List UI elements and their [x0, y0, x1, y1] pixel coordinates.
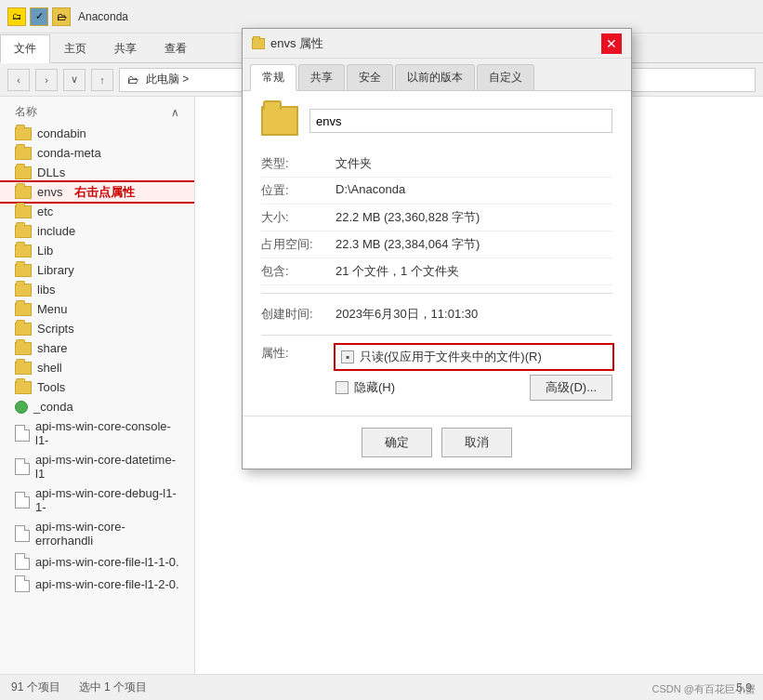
checkboxes-area: 只读(仅应用于文件夹中的文件)(R) 隐藏(H) 高级(D)... [335, 345, 612, 401]
sidebar-item-api1[interactable]: api-ms-win-core-console-l1- [0, 416, 194, 450]
circle-icon [15, 401, 28, 414]
selected-count: 选中 1 个项目 [79, 680, 147, 695]
sidebar-item-api3[interactable]: api-ms-win-core-debug-l1-1- [0, 483, 194, 517]
folder-icon [15, 303, 32, 316]
item-label: _conda [33, 400, 73, 414]
readonly-label: 只读(仅应用于文件夹中的文件)(R) [360, 349, 542, 365]
tab-security[interactable]: 安全 [347, 64, 393, 90]
folder-name-input[interactable] [309, 109, 612, 133]
item-label: envs [37, 185, 62, 199]
envs-row-container: envs 右击点属性 [0, 182, 194, 202]
disk-size-value: 22.3 MB (23,384,064 字节) [335, 236, 480, 253]
tab-general[interactable]: 常规 [250, 64, 296, 91]
hidden-checkbox-row: 隐藏(H) [335, 376, 395, 400]
sidebar-item-tools[interactable]: Tools [0, 377, 194, 397]
file-icon [15, 458, 30, 475]
folder-icon [15, 284, 32, 297]
dialog-footer: 确定 取消 [243, 416, 631, 469]
properties-dialog: envs 属性 ✕ 常规 共享 安全 以前的版本 自定义 类型: 文件夹 位置:… [242, 28, 632, 469]
sidebar-item-api6[interactable]: api-ms-win-core-file-l1-2-0. [0, 573, 194, 595]
hidden-row: 隐藏(H) 高级(D)... [335, 375, 612, 401]
folder-icon [15, 225, 32, 238]
collapse-icon[interactable]: ∧ [171, 106, 179, 119]
type-value: 文件夹 [335, 155, 372, 172]
file-icon [15, 575, 30, 592]
cancel-button[interactable]: 取消 [441, 428, 512, 457]
sidebar-item-libs[interactable]: libs [0, 280, 194, 299]
disk-size-label: 占用空间: [261, 236, 335, 253]
item-label: api-ms-win-core-debug-l1-1- [35, 486, 179, 514]
item-label: api-ms-win-core-console-l1- [35, 419, 179, 447]
sidebar-item-api5[interactable]: api-ms-win-core-file-l1-1-0. [0, 550, 194, 573]
type-label: 类型: [261, 155, 335, 172]
tab-customize[interactable]: 自定义 [477, 64, 534, 90]
sidebar-item-include[interactable]: include [0, 221, 194, 241]
sidebar-item-api2[interactable]: api-ms-win-core-datetime-l1 [0, 450, 194, 483]
item-label: api-ms-win-core-errorhandli [35, 520, 179, 548]
readonly-checkbox-row: 只读(仅应用于文件夹中的文件)(R) [335, 345, 612, 369]
file-icon [15, 425, 30, 442]
location-value: D:\Anaconda [335, 182, 405, 196]
created-value: 2023年6月30日，11:01:30 [335, 306, 478, 323]
tab-share[interactable]: 共享 [100, 34, 151, 62]
sidebar-col-name: 名称 [15, 104, 37, 120]
sidebar-item-share[interactable]: share [0, 338, 194, 358]
item-label: Scripts [37, 322, 74, 336]
sidebar-item-scripts[interactable]: Scripts [0, 319, 194, 338]
back-button[interactable]: ‹ [7, 69, 30, 91]
size-label: 大小: [261, 209, 335, 226]
item-label: conda-meta [37, 146, 101, 160]
sidebar-item-conda-meta[interactable]: conda-meta [0, 143, 194, 163]
created-label: 创建时间: [261, 306, 335, 323]
sidebar-item-shell[interactable]: shell [0, 358, 194, 377]
advanced-button[interactable]: 高级(D)... [530, 375, 612, 401]
attributes-label: 属性: [261, 345, 335, 362]
tab-sharing[interactable]: 共享 [298, 64, 345, 90]
breadcrumb-folder-icon: 🗁 [127, 73, 138, 86]
tab-view[interactable]: 查看 [151, 34, 201, 62]
item-label: condabin [37, 126, 86, 140]
tab-home[interactable]: 主页 [50, 34, 100, 62]
up-button[interactable]: ↑ [91, 69, 113, 91]
dialog-tabs: 常规 共享 安全 以前的版本 自定义 [243, 59, 631, 91]
hidden-checkbox[interactable] [335, 381, 349, 394]
item-label: api-ms-win-core-file-l1-1-0. [35, 555, 179, 569]
location-label: 位置: [261, 182, 335, 199]
file-icon [15, 553, 30, 570]
tab-previous-versions[interactable]: 以前的版本 [395, 64, 475, 90]
folder-icon [15, 264, 32, 277]
sidebar-item-api4[interactable]: api-ms-win-core-errorhandli [0, 517, 194, 550]
item-label: Tools [37, 380, 65, 394]
sidebar-item-lib[interactable]: Lib [0, 241, 194, 260]
sidebar-item-library[interactable]: Library [0, 260, 194, 280]
file-icon [15, 525, 30, 542]
prop-size: 大小: 22.2 MB (23,360,828 字节) [261, 205, 612, 231]
annotation-text: 右击点属性 [74, 184, 135, 201]
item-label: share [37, 341, 68, 355]
sidebar-header: 名称 ∧ [0, 100, 194, 124]
tab-file[interactable]: 文件 [0, 34, 50, 63]
sidebar-item-conda[interactable]: _conda [0, 397, 194, 416]
item-label: shell [37, 361, 62, 375]
attributes-section: 属性: 只读(仅应用于文件夹中的文件)(R) 隐藏(H) 高级(D)... [261, 345, 612, 401]
close-button[interactable]: ✕ [601, 33, 622, 54]
restore-icon[interactable]: ✓ [30, 7, 48, 26]
folder-icon-title[interactable]: 🗁 [52, 7, 71, 26]
item-count: 91 个项目 [11, 680, 60, 695]
folder-icon [15, 323, 32, 336]
prop-contains: 包含: 21 个文件，1 个文件夹 [261, 258, 612, 285]
recent-button[interactable]: ∨ [63, 69, 86, 91]
confirm-button[interactable]: 确定 [362, 428, 432, 457]
minimize-icon[interactable]: 🗂 [7, 7, 26, 26]
forward-button[interactable]: › [35, 69, 58, 91]
item-label: Menu [37, 302, 68, 316]
sidebar-item-dlls[interactable]: DLLs [0, 163, 194, 182]
sidebar-item-etc[interactable]: etc [0, 202, 194, 221]
sidebar-item-menu[interactable]: Menu [0, 299, 194, 319]
sidebar-item-condabin[interactable]: condabin [0, 124, 194, 143]
folder-icon [15, 186, 32, 199]
prop-location: 位置: D:\Anaconda [261, 178, 612, 205]
folder-icon [15, 127, 32, 140]
readonly-checkbox[interactable] [341, 350, 354, 363]
folder-icon [15, 381, 32, 394]
